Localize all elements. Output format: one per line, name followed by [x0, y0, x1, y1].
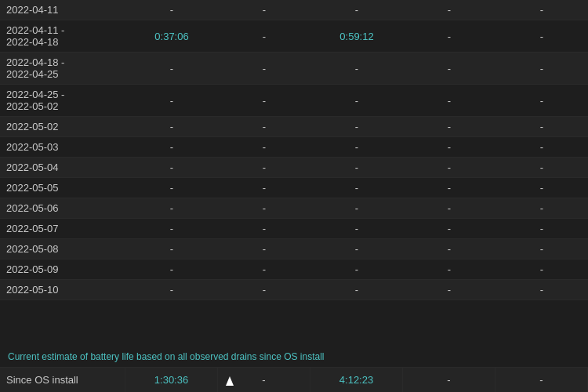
data-cell: -: [310, 260, 403, 280]
date-cell: 2022-05-03: [0, 137, 125, 158]
data-cell: -: [403, 178, 495, 198]
data-cell: -: [310, 53, 403, 85]
data-cell: 0:59:12: [310, 20, 403, 53]
data-cell: -: [310, 239, 403, 260]
table-row: 2022-04-25 - 2022-05-02-----: [0, 85, 588, 117]
data-cell: -: [125, 198, 218, 219]
date-cell: 2022-05-05: [0, 178, 125, 198]
date-cell: 2022-04-25 - 2022-05-02: [0, 85, 125, 117]
data-cell: -: [403, 117, 495, 137]
date-cell: 2022-05-08: [0, 239, 125, 260]
data-cell: -: [310, 85, 403, 117]
data-cell: -: [403, 137, 495, 158]
data-cell: -: [218, 260, 310, 280]
data-cell: -: [218, 0, 310, 20]
data-cell: -: [310, 178, 403, 198]
data-cell: -: [218, 198, 310, 219]
data-cell: -: [403, 260, 495, 280]
data-cell: -: [125, 178, 218, 198]
table-row: 2022-04-11 - 2022-04-180:37:06-0:59:12--: [0, 20, 588, 53]
data-cell: -: [218, 20, 310, 53]
data-cell: -: [403, 0, 495, 20]
data-cell: -: [403, 280, 495, 300]
data-cell: -: [495, 178, 588, 198]
data-cell: -: [403, 198, 495, 219]
data-cell: -: [218, 53, 310, 85]
table-row: 2022-05-02-----: [0, 117, 588, 137]
data-cell: -: [125, 85, 218, 117]
data-cell: -: [495, 20, 588, 53]
table-row: 2022-05-04-----: [0, 158, 588, 178]
table-row: 2022-05-03-----: [0, 137, 588, 158]
data-cell: -: [403, 158, 495, 178]
data-cell: -: [495, 198, 588, 219]
data-cell: -: [125, 158, 218, 178]
table-row: 2022-05-08-----: [0, 239, 588, 260]
data-cell: -: [495, 137, 588, 158]
data-cell: -: [218, 158, 310, 178]
data-cell: -: [218, 280, 310, 300]
data-cell: -: [218, 117, 310, 137]
date-cell: 2022-05-06: [0, 198, 125, 219]
data-cell: -: [310, 198, 403, 219]
date-cell: 2022-05-04: [0, 158, 125, 178]
date-cell: 2022-05-02: [0, 117, 125, 137]
main-container: 2022-04-11-----2022-04-11 - 2022-04-180:…: [0, 0, 588, 392]
data-cell: -: [125, 280, 218, 300]
data-cell: -: [403, 85, 495, 117]
date-cell: 2022-05-09: [0, 260, 125, 280]
data-cell: -: [310, 117, 403, 137]
data-cell: -: [495, 239, 588, 260]
data-cell: -: [495, 219, 588, 239]
data-cell: -: [495, 260, 588, 280]
data-cell: -: [218, 239, 310, 260]
mouse-cursor: [226, 376, 234, 386]
table-row: 2022-04-11-----: [0, 0, 588, 20]
data-cell: 0:37:06: [125, 20, 218, 53]
footer-label: Since OS install: [0, 368, 125, 392]
data-cell: -: [495, 53, 588, 85]
data-cell: -: [310, 280, 403, 300]
date-cell: 2022-04-11: [0, 0, 125, 20]
date-cell: 2022-05-10: [0, 280, 125, 300]
data-cell: -: [495, 280, 588, 300]
date-cell: 2022-04-18 - 2022-04-25: [0, 53, 125, 85]
table-row: 2022-05-09-----: [0, 260, 588, 280]
data-cell: -: [125, 0, 218, 20]
data-cell: -: [310, 137, 403, 158]
data-cell: -: [125, 219, 218, 239]
data-cell: -: [495, 85, 588, 117]
table-row: 2022-05-05-----: [0, 178, 588, 198]
data-cell: -: [125, 117, 218, 137]
footer-row: Since OS install 1:30:36 - 4:12:23 - -: [0, 367, 588, 392]
data-cell: -: [495, 117, 588, 137]
data-cell: -: [218, 219, 310, 239]
table-row: 2022-04-18 - 2022-04-25-----: [0, 53, 588, 85]
data-cell: -: [125, 137, 218, 158]
footer-col3: 4:12:23: [310, 368, 403, 392]
data-cell: -: [495, 158, 588, 178]
estimate-note: Current estimate of battery life based o…: [0, 347, 588, 367]
data-cell: -: [310, 219, 403, 239]
table-row: 2022-05-07-----: [0, 219, 588, 239]
data-cell: -: [495, 0, 588, 20]
battery-table: 2022-04-11-----2022-04-11 - 2022-04-180:…: [0, 0, 588, 300]
date-cell: 2022-05-07: [0, 219, 125, 239]
data-cell: -: [125, 53, 218, 85]
data-cell: -: [218, 85, 310, 117]
data-cell: -: [403, 20, 495, 53]
data-cell: -: [403, 219, 495, 239]
data-cell: -: [403, 239, 495, 260]
table-row: 2022-05-10-----: [0, 280, 588, 300]
footer-col4: -: [403, 368, 495, 392]
data-cell: -: [125, 239, 218, 260]
footer-col1: 1:30:36: [125, 368, 218, 392]
data-cell: -: [218, 137, 310, 158]
footer-col5: -: [495, 368, 588, 392]
table-row: 2022-05-06-----: [0, 198, 588, 219]
date-cell: 2022-04-11 - 2022-04-18: [0, 20, 125, 53]
data-cell: -: [403, 53, 495, 85]
data-cell: -: [218, 178, 310, 198]
data-cell: -: [125, 260, 218, 280]
data-cell: -: [310, 158, 403, 178]
